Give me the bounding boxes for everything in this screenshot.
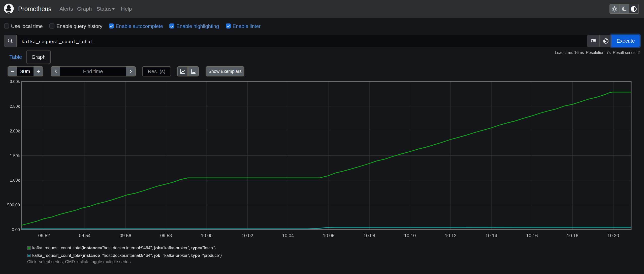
svg-text:10:02: 10:02 <box>242 233 253 238</box>
svg-text:0.00: 0.00 <box>12 227 20 232</box>
svg-text:1.50k: 1.50k <box>10 153 20 158</box>
svg-text:10:14: 10:14 <box>486 233 497 238</box>
svg-text:2.50k: 2.50k <box>10 104 20 108</box>
svg-text:10:12: 10:12 <box>445 233 456 238</box>
svg-text:10:08: 10:08 <box>364 233 375 238</box>
svg-text:10:18: 10:18 <box>567 233 578 238</box>
svg-text:10:06: 10:06 <box>323 233 334 238</box>
svg-text:10:10: 10:10 <box>404 233 416 238</box>
svg-text:1.00k: 1.00k <box>10 178 20 182</box>
svg-text:09:52: 09:52 <box>38 233 50 238</box>
svg-text:10:00: 10:00 <box>201 233 212 238</box>
svg-text:10:04: 10:04 <box>282 233 294 238</box>
svg-text:2.00k: 2.00k <box>10 129 20 133</box>
svg-text:10:20: 10:20 <box>607 233 619 238</box>
svg-text:09:58: 09:58 <box>160 233 172 238</box>
svg-text:500.00: 500.00 <box>7 203 20 207</box>
svg-text:09:54: 09:54 <box>79 233 90 238</box>
svg-text:3.00k: 3.00k <box>10 79 20 84</box>
svg-text:09:56: 09:56 <box>120 233 131 238</box>
svg-text:10:16: 10:16 <box>526 233 538 238</box>
